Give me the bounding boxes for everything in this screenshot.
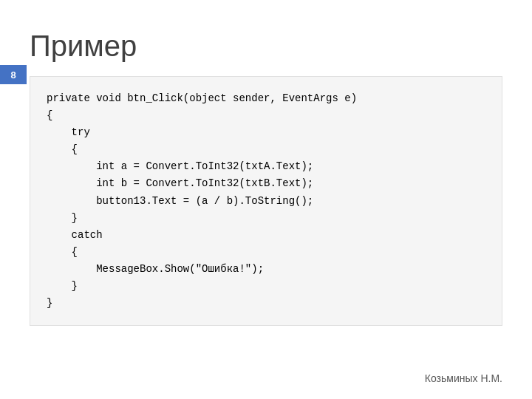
code-block: private void btn_Click(object sender, Ev… [30,76,502,326]
slide: Пример 8 private void btn_Click(object s… [0,0,532,399]
footer-text: Козьминых Н.М. [425,372,502,384]
slide-number: 8 [10,69,16,81]
slide-number-bar: 8 [0,65,27,84]
slide-title: Пример [30,30,502,63]
